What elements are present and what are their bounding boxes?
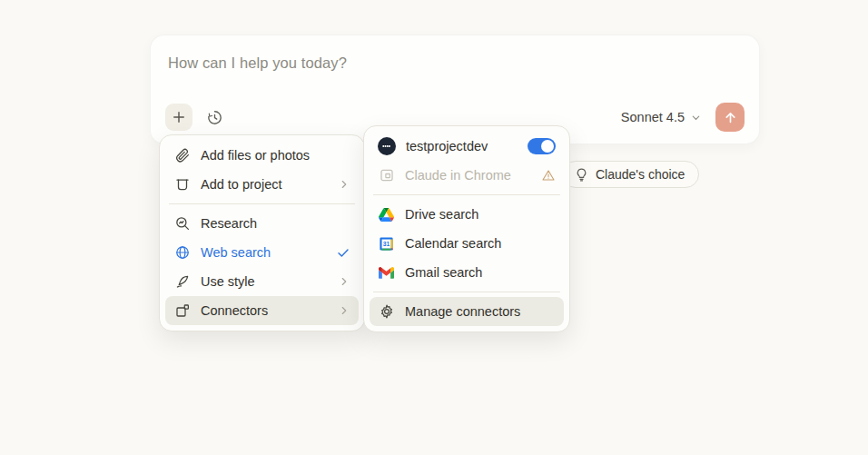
clock-history-icon [206,109,223,126]
menu-item-label: Web search [201,245,326,260]
plus-icon [171,109,187,125]
lightbulb-icon [574,167,589,183]
globe-icon [173,244,191,262]
menu-item-label: Use style [201,274,328,289]
model-selector-label: Sonnet 4.5 [621,110,685,124]
menu-item-add-to-project[interactable]: Add to project [165,170,359,199]
chevron-right-icon [338,304,350,317]
chevron-down-icon [690,112,702,124]
research-icon [173,215,191,232]
google-calendar-icon: 31 [378,235,395,252]
menu-item-manage-connectors[interactable]: Manage connectors [370,297,564,326]
menu-item-label: Research [201,216,350,231]
composer-placeholder[interactable]: How can I help you today? [168,54,347,72]
menu-item-research[interactable]: Research [165,209,359,238]
arrow-up-icon [723,110,738,125]
connectors-submenu: testprojectdev Claude in Chrome Drive se… [363,125,570,332]
menu-divider [373,194,560,195]
checkmark-icon [336,245,350,260]
menu-item-label: Manage connectors [405,304,556,319]
quill-icon [173,273,191,291]
menu-item-label: Add files or photos [201,148,350,163]
connector-item-label: testprojectdev [406,139,518,153]
gear-icon [378,303,395,321]
toggle-on[interactable] [528,138,556,154]
connector-item-label: Calendar search [405,236,556,251]
chevron-right-icon [338,275,350,288]
connector-item-testprojectdev[interactable]: testprojectdev [370,132,564,161]
testprojectdev-logo-icon [378,137,396,155]
gmail-icon [378,264,395,282]
project-box-icon [173,176,191,193]
menu-item-use-style[interactable]: Use style [165,267,359,296]
chevron-right-icon [338,178,350,191]
svg-text:31: 31 [383,241,390,247]
browser-window-icon [378,167,395,184]
model-selector[interactable]: Sonnet 4.5 [621,110,702,124]
attach-plus-button[interactable] [165,104,192,131]
suggestion-chip-claudes-choice[interactable]: Claude's choice [562,161,699,188]
connector-item-calendar-search[interactable]: 31 Calendar search [370,229,564,258]
send-button[interactable] [715,103,745,132]
connector-item-label: Drive search [405,207,556,222]
connector-item-gmail-search[interactable]: Gmail search [370,258,564,287]
connector-item-label: Claude in Chrome [405,168,531,183]
paperclip-icon [173,147,191,164]
plus-menu: Add files or photos Add to project Resea… [159,134,365,331]
suggestion-chip-label: Claude's choice [596,167,685,182]
menu-item-label: Connectors [201,303,328,318]
menu-divider [373,292,560,292]
connector-item-label: Gmail search [405,265,556,280]
menu-item-connectors[interactable]: Connectors [165,296,359,325]
connector-item-drive-search[interactable]: Drive search [370,200,564,229]
menu-item-label: Add to project [201,177,328,192]
google-drive-icon [378,206,395,223]
history-button[interactable] [204,107,224,127]
connectors-grid-icon [173,302,191,320]
connector-item-claude-in-chrome[interactable]: Claude in Chrome [370,161,564,190]
menu-item-add-files[interactable]: Add files or photos [165,141,359,170]
menu-divider [169,203,355,204]
menu-item-web-search[interactable]: Web search [165,238,359,267]
warning-triangle-icon [541,168,556,183]
claude-chat-page: How can I help you today? Sonnet 4.5 [0,0,868,455]
